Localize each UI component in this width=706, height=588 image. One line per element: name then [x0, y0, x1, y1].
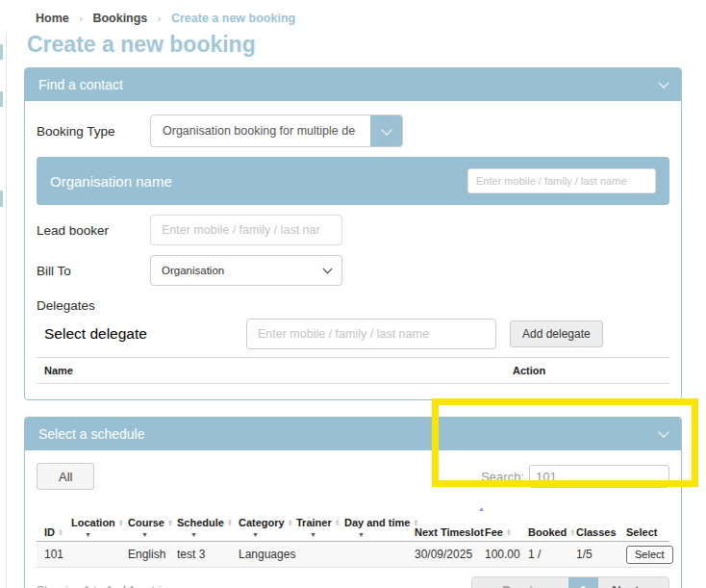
- column-header-course[interactable]: Course ▲▼ ▼: [128, 503, 177, 541]
- column-header-select: Select: [626, 503, 671, 541]
- bill-to-row: Bill To Organisation: [37, 255, 669, 286]
- left-edge-artifact: [0, 44, 3, 60]
- breadcrumb-home[interactable]: Home: [36, 12, 69, 25]
- sort-icon[interactable]: ▲▼: [506, 528, 512, 536]
- cell-booked: 1 /: [528, 548, 576, 561]
- booking-type-row: Booking Type Organisation booking for mu…: [37, 115, 669, 147]
- filter-caret-icon[interactable]: ▼: [71, 531, 128, 538]
- schedule-footer: Showing 1 to 1 of 1 entries ← Previous 1…: [37, 576, 669, 588]
- sort-icon[interactable]: ▲▼: [227, 519, 233, 526]
- sort-icon[interactable]: ▲▼: [288, 519, 293, 526]
- breadcrumb-current: Create a new booking: [171, 12, 295, 25]
- booking-type-dropdown-button[interactable]: [370, 115, 402, 146]
- booking-type-label: Booking Type: [37, 124, 150, 139]
- breadcrumb-separator-icon: ›: [158, 13, 162, 24]
- column-header-next-timeslot[interactable]: ▲ Next Timeslot: [415, 503, 485, 541]
- column-header-trainer[interactable]: Trainer ▲▼ ▼: [296, 503, 344, 541]
- column-header-id[interactable]: ID ▲▼: [44, 503, 71, 541]
- chevron-down-icon: [323, 265, 333, 274]
- left-edge-artifact: [0, 191, 3, 207]
- page-title: Create a new booking: [27, 31, 682, 58]
- find-contact-panel-title: Find a contact: [38, 77, 123, 92]
- cell-select: Select: [626, 546, 671, 564]
- find-contact-panel-body: Booking Type Organisation booking for mu…: [25, 115, 681, 399]
- next-page-button[interactable]: Next →: [598, 577, 668, 588]
- select-schedule-panel-header[interactable]: Select a schedule: [25, 418, 681, 450]
- select-delegate-label: Select delegate: [37, 325, 246, 343]
- chevron-down-icon[interactable]: [658, 426, 668, 437]
- column-header-location[interactable]: Location ▲▼ ▼: [71, 503, 128, 541]
- filter-caret-icon[interactable]: ▼: [344, 531, 415, 538]
- cell-category: Languages: [239, 548, 296, 561]
- delegates-name-header: Name: [37, 365, 513, 376]
- bill-to-label: Bill To: [37, 264, 150, 278]
- column-header-category[interactable]: Category ▲▼ ▼: [239, 503, 296, 541]
- all-filter-button[interactable]: All: [37, 463, 94, 490]
- organisation-name-input[interactable]: [467, 168, 656, 193]
- cell-fee: 100.00: [485, 548, 528, 561]
- lead-booker-input[interactable]: [150, 215, 342, 245]
- bill-to-value: Organisation: [162, 265, 224, 276]
- select-schedule-panel-title: Select a schedule: [38, 426, 145, 442]
- table-row: 101 English test 3 Languages 30/09/2025 …: [37, 542, 669, 568]
- search-input[interactable]: [529, 465, 669, 488]
- row-select-button[interactable]: Select: [626, 546, 673, 564]
- delegates-label: Delegates: [37, 298, 669, 313]
- filter-caret-icon[interactable]: ▼: [296, 531, 344, 538]
- column-header-day-and-time[interactable]: Day and time ▲▼ ▼: [344, 503, 415, 541]
- cell-id: 101: [44, 548, 71, 561]
- breadcrumb-bookings[interactable]: Bookings: [92, 12, 147, 25]
- left-edge-line: [6, 32, 7, 588]
- entries-info: Showing 1 to 1 of 1 entries: [37, 584, 173, 588]
- cell-classes: 1/5: [576, 548, 626, 561]
- sort-icon[interactable]: ▲▼: [118, 519, 124, 526]
- column-header-schedule[interactable]: Schedule ▲▼ ▼: [177, 503, 239, 541]
- lead-booker-label: Lead booker: [37, 223, 150, 238]
- column-header-fee[interactable]: Fee ▲▼: [485, 503, 528, 541]
- pagination: ← Previous 1 Next →: [471, 576, 669, 588]
- organisation-name-label: Organisation name: [50, 173, 172, 190]
- select-schedule-panel-body: All Search: ID ▲▼ Location ▲▼: [25, 463, 681, 588]
- filter-caret-icon[interactable]: ▼: [239, 531, 296, 538]
- search-control: Search:: [481, 465, 669, 488]
- select-schedule-panel: Select a schedule All Search: ID ▲▼: [24, 417, 682, 588]
- filter-caret-icon[interactable]: ▼: [128, 531, 177, 538]
- sort-icon[interactable]: ▲▼: [58, 528, 63, 536]
- previous-page-button[interactable]: ← Previous: [472, 577, 568, 588]
- breadcrumb-separator-icon: ›: [79, 13, 83, 24]
- sort-icon[interactable]: ▲▼: [569, 528, 575, 536]
- select-delegate-input[interactable]: [246, 319, 496, 349]
- cell-next-timeslot: 30/09/2025: [415, 548, 485, 561]
- column-header-classes: Classes: [576, 503, 626, 541]
- chevron-down-icon: [381, 124, 391, 135]
- cell-schedule: test 3: [177, 548, 239, 561]
- delegates-table-header: Name Action: [37, 357, 669, 384]
- sort-icon[interactable]: ▲▼: [167, 519, 173, 526]
- booking-type-select[interactable]: Organisation booking for multiple de: [150, 115, 403, 147]
- schedule-table-header: ID ▲▼ Location ▲▼ ▼ Course ▲▼: [37, 503, 669, 542]
- find-contact-panel: Find a contact Booking Type Organisation…: [24, 67, 682, 400]
- page-container: Home › Bookings › Create a new booking C…: [24, 12, 682, 588]
- select-delegate-row: Select delegate Add delegate: [37, 319, 669, 349]
- schedule-table: ID ▲▼ Location ▲▼ ▼ Course ▲▼: [37, 503, 669, 568]
- booking-type-value: Organisation booking for multiple de: [151, 115, 370, 146]
- sort-icon[interactable]: ▲▼: [335, 519, 340, 526]
- left-edge-artifact: [0, 91, 3, 107]
- column-header-booked[interactable]: Booked ▲▼: [528, 503, 576, 541]
- breadcrumb: Home › Bookings › Create a new booking: [36, 12, 682, 26]
- schedule-toolbar: All Search:: [37, 463, 669, 490]
- cell-course: English: [128, 548, 177, 561]
- chevron-down-icon[interactable]: [658, 77, 668, 88]
- filter-caret-icon[interactable]: ▼: [177, 531, 239, 538]
- find-contact-panel-header[interactable]: Find a contact: [25, 68, 681, 101]
- search-label: Search:: [481, 470, 524, 484]
- lead-booker-row: Lead booker: [37, 215, 669, 245]
- add-delegate-button[interactable]: Add delegate: [510, 320, 603, 347]
- sort-ascending-active-icon: ▲: [478, 505, 485, 512]
- page-number-button[interactable]: 1: [568, 577, 598, 588]
- organisation-name-bar: Organisation name: [37, 157, 669, 205]
- delegates-action-header: Action: [513, 365, 545, 376]
- bill-to-select[interactable]: Organisation: [150, 255, 342, 286]
